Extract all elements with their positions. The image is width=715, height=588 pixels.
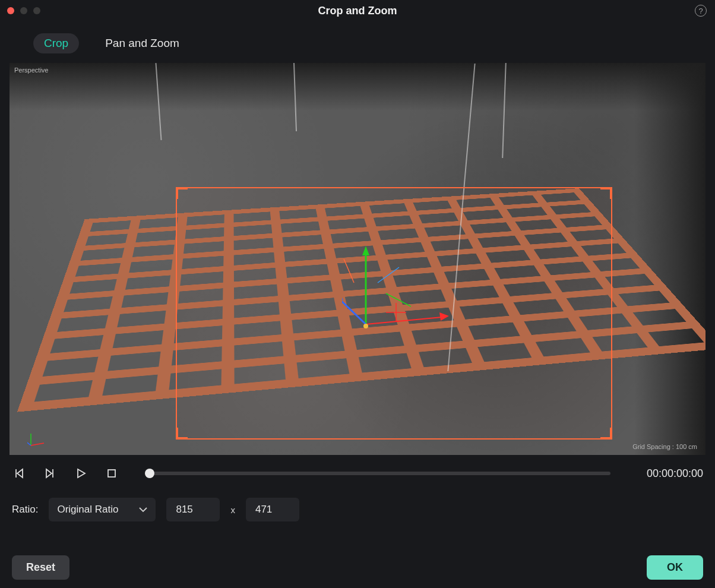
tab-pan-and-zoom[interactable]: Pan and Zoom [94, 33, 190, 53]
crop-height-field[interactable]: 471 [246, 498, 299, 521]
crop-handle-top-right[interactable] [600, 187, 612, 199]
mini-axis-gizmo [27, 430, 51, 448]
help-icon[interactable]: ? [695, 5, 707, 17]
chevron-down-icon [139, 504, 147, 516]
playhead-thumb[interactable] [145, 469, 154, 478]
ratio-row: Ratio: Original Ratio 815 x 471 [0, 485, 715, 521]
window-controls [0, 7, 40, 14]
ok-button[interactable]: OK [647, 555, 703, 580]
titlebar: Crop and Zoom ? [0, 0, 715, 21]
playhead-slider[interactable] [146, 472, 610, 475]
ratio-label: Ratio: [12, 504, 38, 516]
stop-button[interactable] [105, 466, 119, 480]
reset-button[interactable]: Reset [12, 555, 69, 580]
next-frame-button[interactable] [43, 466, 57, 480]
svg-rect-15 [108, 470, 115, 477]
crop-handle-bottom-left[interactable] [176, 428, 188, 440]
crop-rectangle[interactable] [176, 187, 612, 440]
close-window-button[interactable] [7, 7, 14, 14]
mode-tabs: Crop Pan and Zoom [0, 21, 715, 61]
crop-handle-top-left[interactable] [176, 187, 188, 199]
minimize-window-button[interactable] [20, 7, 27, 14]
ratio-select[interactable]: Original Ratio [49, 498, 156, 521]
dimension-separator: x [230, 505, 235, 515]
tab-crop[interactable]: Crop [33, 33, 79, 53]
play-button[interactable] [74, 466, 88, 480]
prev-frame-button[interactable] [12, 466, 26, 480]
viewport-camera-label: Perspective [14, 67, 48, 74]
preview-viewport[interactable]: Perspective Grid Spacing : 100 cm [10, 63, 705, 455]
grid-spacing-label: Grid Spacing : 100 cm [632, 443, 697, 450]
maximize-window-button[interactable] [33, 7, 40, 14]
svg-line-13 [31, 443, 44, 445]
crop-handle-bottom-right[interactable] [600, 428, 612, 440]
window-title: Crop and Zoom [0, 5, 715, 17]
svg-line-14 [27, 441, 31, 445]
footer-buttons: Reset OK [0, 555, 715, 580]
playback-bar: 00:00:00:00 [0, 455, 715, 485]
timecode-display: 00:00:00:00 [638, 467, 703, 480]
ratio-select-value: Original Ratio [57, 504, 118, 516]
crop-width-field[interactable]: 815 [166, 498, 220, 521]
